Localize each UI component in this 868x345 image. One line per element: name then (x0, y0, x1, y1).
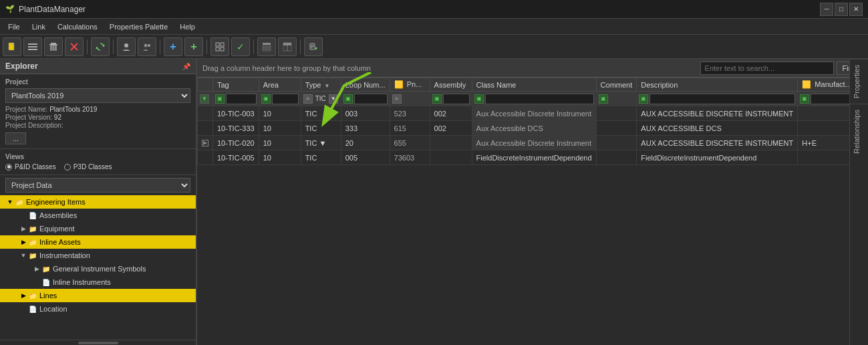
menu-calculations[interactable]: Calculations (52, 21, 103, 32)
explorer-panel: Explorer 📌 Project PlantTools 2019 Proje… (0, 59, 197, 345)
row-selector (198, 106, 213, 121)
filter-assembly: ▣ (430, 92, 472, 106)
menu-help[interactable]: Help (174, 21, 200, 32)
expand-lines[interactable]: ▶ (19, 291, 28, 300)
col-header-comment[interactable]: Comment (596, 78, 637, 92)
toolbar-refresh-button[interactable] (91, 37, 110, 56)
proj-data-dropdown[interactable]: Project Data (5, 178, 190, 193)
cell-assembly (430, 136, 472, 150)
radio-p3d[interactable]: P3D Classes (64, 163, 112, 170)
radio-pid[interactable]: P&ID Classes (5, 163, 56, 170)
table-row[interactable]: 10-TIC-00310TIC003523002Aux Accessible D… (198, 106, 850, 121)
ellipsis-button[interactable]: ... (5, 132, 26, 144)
col-header-tag[interactable]: Tag (213, 78, 259, 92)
filter-input-area[interactable] (272, 94, 299, 104)
tree-item-lines[interactable]: ▶ 📁 Lines (0, 289, 196, 302)
filter-input-manufact[interactable] (811, 94, 849, 104)
menu-link[interactable]: Link (27, 21, 51, 32)
expand-engineering-items[interactable]: ▼ (5, 197, 15, 207)
table-row[interactable]: 10-TIC-00510TIC00573603FieldDiscreteInst… (198, 150, 850, 165)
cell-tag: 10-TIC-003 (213, 106, 259, 121)
filter-icon-tag[interactable]: ▣ (215, 94, 225, 104)
filter-icon-area[interactable]: ▣ (261, 94, 271, 104)
expand-inline-assets[interactable]: ▶ (19, 237, 28, 247)
tree-item-location[interactable]: ▶ 📄 Location (0, 302, 196, 316)
col-header-loop-num[interactable]: Loop Num... (341, 78, 390, 92)
col-comment-label: Comment (601, 81, 633, 89)
toolbar-export-button[interactable] (304, 37, 323, 56)
col-header-rowsel[interactable] (198, 78, 213, 92)
toolbar-new-button[interactable] (3, 37, 21, 56)
filter-input-desc[interactable] (649, 94, 795, 104)
filter-icon-manufact[interactable]: ▣ (800, 94, 809, 104)
project-dropdown[interactable]: PlantTools 2019 (5, 88, 190, 103)
col-header-description[interactable]: Description (637, 78, 798, 92)
filter-input-class[interactable] (485, 94, 594, 104)
filter-input-loop[interactable] (354, 94, 388, 104)
tree-item-equipment[interactable]: ▶ 📁 Equipment (0, 222, 196, 235)
filter-icon-assembly[interactable]: ▣ (432, 94, 442, 104)
col-header-manufact[interactable]: 🟨 Manufact... (798, 78, 849, 92)
search-input[interactable] (700, 62, 834, 75)
side-tab-properties[interactable]: Properties (850, 59, 868, 104)
toolbar-table2-button[interactable] (278, 37, 297, 56)
toolbar-separator-4 (206, 39, 207, 54)
expand-general-instrument-symbols[interactable]: ▶ (32, 264, 41, 273)
cell-class-name: Aux Accessible Discrete Instrument (472, 106, 596, 121)
tree-item-inline-instruments[interactable]: ▶ 📄 Inline Instruments (0, 275, 196, 289)
svg-rect-27 (283, 43, 291, 45)
col-area-label: Area (263, 81, 279, 89)
tree-item-general-instrument-symbols[interactable]: ▶ 📁 General Instrument Symbols (0, 262, 196, 275)
filter-icon-class[interactable]: ▣ (474, 94, 484, 104)
resize-handle[interactable] (78, 342, 118, 344)
menu-file[interactable]: File (3, 21, 25, 32)
filter-tag: ▣ (213, 92, 259, 106)
toolbar-user2-button[interactable] (138, 37, 156, 56)
filter-type-dropdown[interactable]: ▼ (329, 94, 338, 104)
tree-item-instrumentation[interactable]: ▼ 📁 Instrumentation (0, 249, 196, 262)
cell-tag: 10-TIC-020 (213, 136, 259, 150)
filter-select-type[interactable]: = (303, 94, 313, 104)
col-header-assembly[interactable]: Assembly (430, 78, 472, 92)
folder-icon-assemblies: 📄 (28, 211, 37, 220)
svg-rect-20 (221, 47, 224, 51)
toolbar-list-button[interactable] (23, 37, 42, 56)
toolbar-add-green-button[interactable]: + (184, 37, 203, 56)
side-tab-relationships[interactable]: Relationships (850, 104, 868, 159)
project-name-label: Project Name: (5, 106, 47, 113)
filter-icon-loop[interactable]: ▣ (343, 94, 353, 104)
filter-input-tag[interactable] (226, 94, 257, 104)
filter-icon-comment[interactable]: ▣ (599, 94, 608, 104)
tree-item-inline-assets[interactable]: ▶ 📁 Inline Assets (0, 235, 196, 249)
tree-item-engineering-items[interactable]: ▼ 📁 Engineering Items (0, 195, 196, 209)
filter-select-pn[interactable]: = (392, 94, 402, 104)
toolbar-check-button[interactable]: ✓ (231, 37, 250, 56)
svg-point-14 (124, 43, 128, 47)
filter-icon-desc[interactable]: ▣ (639, 94, 648, 104)
toolbar-user1-button[interactable] (117, 37, 136, 56)
table-row[interactable]: 10-TIC-33310TIC333615002Aux Accessible D… (198, 121, 850, 136)
cell-type: TIC (301, 106, 341, 121)
toolbar-delete-button[interactable] (44, 37, 63, 56)
expand-instrumentation[interactable]: ▼ (19, 251, 28, 260)
menu-properties-palette[interactable]: Properties Palette (104, 21, 173, 32)
col-header-type[interactable]: Type ▼ (301, 78, 341, 92)
toolbar-grid-button[interactable] (210, 37, 229, 56)
svg-rect-4 (28, 49, 37, 50)
folder-icon-location: 📄 (28, 304, 37, 314)
toolbar-table1-button[interactable] (257, 37, 276, 56)
filter-input-assembly[interactable] (443, 94, 470, 104)
tree-item-assemblies[interactable]: ▶ 📄 Assemblies (0, 209, 196, 222)
col-header-area[interactable]: Area (259, 78, 301, 92)
minimize-button[interactable]: ─ (820, 3, 833, 16)
col-header-pn[interactable]: 🟨 Pn... (390, 78, 430, 92)
toolbar-add-button[interactable]: + (164, 37, 182, 56)
maximize-button[interactable]: □ (835, 3, 848, 16)
toolbar-stop-button[interactable] (65, 37, 84, 56)
pin-icon[interactable]: 📌 (182, 63, 190, 70)
table-row[interactable]: ▶10-TIC-02010TIC ▼20655Aux Accessible Di… (198, 136, 850, 150)
expand-equipment[interactable]: ▶ (19, 224, 28, 233)
svg-marker-12 (102, 45, 105, 47)
close-button[interactable]: ✕ (849, 3, 863, 16)
col-header-class-name[interactable]: Class Name (472, 78, 596, 92)
